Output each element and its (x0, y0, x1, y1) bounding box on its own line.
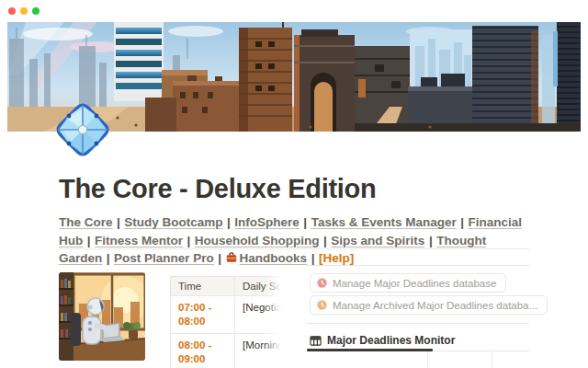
page-title: The Core - Deluxe Edition (59, 174, 376, 203)
nav-separator: | (117, 215, 120, 229)
daily-schedule-table: Time Daily Sch 07:00 - 08:00 [Negotia 08… (170, 276, 284, 368)
close-button[interactable] (8, 7, 16, 15)
table-icon (310, 335, 322, 347)
nav-link-post-planner-pro[interactable]: Post Planner Pro (114, 251, 214, 265)
monitor-table-column-border (492, 351, 492, 368)
divider (307, 265, 529, 266)
page-icon[interactable] (54, 101, 111, 158)
nav-separator: | (87, 234, 91, 247)
nav-separator: | (227, 215, 231, 229)
nav-link-study-bootcamp[interactable]: Study Bootcamp (124, 215, 222, 229)
schedule-row: 08:00 - 09:00 [Morning (171, 334, 284, 368)
nav-separator: | (323, 234, 327, 247)
active-tab-indicator (307, 349, 433, 351)
tab-label: Major Deadlines Monitor (327, 334, 455, 347)
schedule-header-time[interactable]: Time (171, 277, 235, 296)
clock-icon (317, 300, 327, 310)
toolbox-emoji-icon (226, 252, 237, 263)
divider (307, 323, 529, 324)
fullscreen-button[interactable] (32, 7, 40, 15)
schedule-header-activity[interactable]: Daily Sch (235, 277, 284, 296)
robot-at-desk-photo[interactable] (59, 272, 145, 361)
nav-separator: | (311, 251, 315, 265)
button-label: Manage Archived Major Deadlines databa..… (333, 300, 537, 311)
nav-link-handbooks[interactable]: Handbooks (240, 251, 308, 265)
schedule-cell-time[interactable]: 07:00 - 08:00 (171, 296, 235, 334)
nav-link-sips-and-spirits[interactable]: Sips and Spirits (331, 234, 424, 247)
nav-link-help[interactable]: [Help] (319, 251, 354, 265)
schedule-cell-activity[interactable]: [Morning (235, 334, 284, 368)
button-label: Manage Major Deadlines database (333, 278, 496, 289)
clock-icon (317, 278, 327, 288)
window-titlebar (0, 0, 588, 22)
nav-separator: | (429, 234, 433, 247)
nav-links: The Core|Study Bootcamp|InfoSphere|Tasks… (59, 213, 531, 268)
divider (59, 248, 529, 249)
manage-major-deadlines-button[interactable]: Manage Major Deadlines database (310, 273, 506, 293)
nav-link-infosphere[interactable]: InfoSphere (234, 215, 300, 229)
nav-link-tasks-events-manager[interactable]: Tasks & Events Manager (311, 215, 457, 229)
manage-archived-major-deadlines-button[interactable]: Manage Archived Major Deadlines databa..… (310, 295, 548, 315)
schedule-header-row: Time Daily Sch (171, 277, 284, 296)
blue-diamond-tile-icon (54, 101, 111, 158)
nav-separator: | (303, 215, 307, 229)
nav-link-household-shopping[interactable]: Household Shopping (195, 234, 320, 247)
nav-separator: | (107, 251, 110, 265)
monitor-table-column-border (427, 351, 428, 368)
nav-link-the-core[interactable]: The Core (59, 215, 113, 229)
nav-separator: | (218, 251, 221, 265)
nav-separator: | (187, 234, 191, 247)
nav-link-fitness-mentor[interactable]: Fitness Mentor (95, 234, 183, 247)
robot-photo-illustration (59, 272, 145, 361)
notion-window: The Core - Deluxe Edition The Core|Study… (0, 0, 588, 368)
nav-separator: | (460, 215, 464, 229)
schedule-row: 07:00 - 08:00 [Negotia (171, 296, 284, 334)
schedule-cell-activity[interactable]: [Negotia (235, 296, 284, 334)
tab-major-deadlines-monitor[interactable]: Major Deadlines Monitor (310, 332, 455, 349)
minimize-button[interactable] (20, 7, 28, 15)
schedule-cell-time[interactable]: 08:00 - 09:00 (171, 334, 235, 368)
